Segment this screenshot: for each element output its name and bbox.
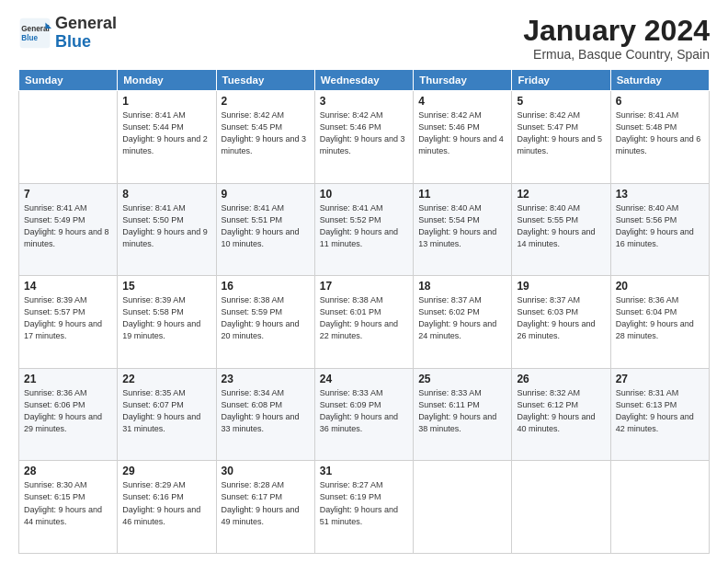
day-cell-w1-d6: 6Sunrise: 8:41 AM Sunset: 5:48 PM Daylig… xyxy=(610,91,709,184)
logo-icon: General Blue xyxy=(18,17,51,50)
day-cell-w5-d1: 29Sunrise: 8:29 AM Sunset: 6:16 PM Dayli… xyxy=(118,461,216,554)
calendar-location: Ermua, Basque Country, Spain xyxy=(523,47,710,62)
day-info: Sunrise: 8:41 AM Sunset: 5:52 PM Dayligh… xyxy=(320,202,408,250)
day-cell-w4-d4: 25Sunrise: 8:33 AM Sunset: 6:11 PM Dayli… xyxy=(414,368,512,461)
title-block: January 2024 Ermua, Basque Country, Spai… xyxy=(523,15,710,62)
day-info: Sunrise: 8:41 AM Sunset: 5:49 PM Dayligh… xyxy=(24,202,112,250)
day-cell-w4-d1: 22Sunrise: 8:35 AM Sunset: 6:07 PM Dayli… xyxy=(118,368,216,461)
day-cell-w2-d3: 10Sunrise: 8:41 AM Sunset: 5:52 PM Dayli… xyxy=(314,183,413,276)
logo-blue-text: Blue xyxy=(55,32,91,51)
day-info: Sunrise: 8:40 AM Sunset: 5:55 PM Dayligh… xyxy=(517,202,605,250)
logo-general-text: General xyxy=(55,14,117,32)
day-info: Sunrise: 8:40 AM Sunset: 5:54 PM Dayligh… xyxy=(418,202,506,250)
day-info: Sunrise: 8:35 AM Sunset: 6:07 PM Dayligh… xyxy=(122,387,210,435)
day-cell-w2-d0: 7Sunrise: 8:41 AM Sunset: 5:49 PM Daylig… xyxy=(19,183,118,276)
day-info: Sunrise: 8:34 AM Sunset: 6:08 PM Dayligh… xyxy=(222,387,310,435)
day-info: Sunrise: 8:33 AM Sunset: 6:09 PM Dayligh… xyxy=(320,387,408,435)
day-cell-w4-d6: 27Sunrise: 8:31 AM Sunset: 6:13 PM Dayli… xyxy=(610,368,709,461)
day-number: 15 xyxy=(122,280,210,293)
svg-text:Blue: Blue xyxy=(21,34,38,42)
day-cell-w5-d5 xyxy=(512,461,610,554)
day-number: 29 xyxy=(122,465,210,477)
day-info: Sunrise: 8:37 AM Sunset: 6:03 PM Dayligh… xyxy=(517,294,605,342)
day-cell-w5-d6 xyxy=(610,461,709,554)
day-info: Sunrise: 8:28 AM Sunset: 6:17 PM Dayligh… xyxy=(222,479,310,527)
day-info: Sunrise: 8:38 AM Sunset: 5:59 PM Dayligh… xyxy=(222,294,310,342)
day-cell-w5-d0: 28Sunrise: 8:30 AM Sunset: 6:15 PM Dayli… xyxy=(19,461,118,554)
day-cell-w1-d0 xyxy=(19,91,118,184)
day-cell-w2-d6: 13Sunrise: 8:40 AM Sunset: 5:56 PM Dayli… xyxy=(610,183,709,276)
day-cell-w1-d5: 5Sunrise: 8:42 AM Sunset: 5:47 PM Daylig… xyxy=(512,91,610,184)
calendar-table: Sunday Monday Tuesday Wednesday Thursday… xyxy=(18,69,710,554)
day-number: 17 xyxy=(320,280,408,293)
day-number: 9 xyxy=(222,188,310,201)
day-cell-w3-d0: 14Sunrise: 8:39 AM Sunset: 5:57 PM Dayli… xyxy=(19,276,118,369)
day-info: Sunrise: 8:40 AM Sunset: 5:56 PM Dayligh… xyxy=(616,202,704,250)
header-wednesday: Wednesday xyxy=(314,70,413,91)
day-number: 18 xyxy=(418,280,506,293)
day-cell-w5-d4 xyxy=(414,461,512,554)
day-cell-w1-d4: 4Sunrise: 8:42 AM Sunset: 5:46 PM Daylig… xyxy=(414,91,512,184)
day-cell-w2-d4: 11Sunrise: 8:40 AM Sunset: 5:54 PM Dayli… xyxy=(414,183,512,276)
day-info: Sunrise: 8:29 AM Sunset: 6:16 PM Dayligh… xyxy=(122,479,210,527)
day-cell-w3-d3: 17Sunrise: 8:38 AM Sunset: 6:01 PM Dayli… xyxy=(314,276,413,369)
day-info: Sunrise: 8:39 AM Sunset: 5:57 PM Dayligh… xyxy=(24,294,112,342)
header-tuesday: Tuesday xyxy=(216,70,314,91)
day-number: 27 xyxy=(616,373,704,385)
day-number: 21 xyxy=(24,373,112,385)
day-info: Sunrise: 8:41 AM Sunset: 5:44 PM Dayligh… xyxy=(122,109,210,157)
day-number: 6 xyxy=(616,95,704,108)
day-cell-w4-d5: 26Sunrise: 8:32 AM Sunset: 6:12 PM Dayli… xyxy=(512,368,610,461)
day-number: 2 xyxy=(222,95,310,108)
header-monday: Monday xyxy=(118,70,216,91)
day-info: Sunrise: 8:39 AM Sunset: 5:58 PM Dayligh… xyxy=(122,294,210,342)
day-info: Sunrise: 8:33 AM Sunset: 6:11 PM Dayligh… xyxy=(418,387,506,435)
day-cell-w3-d6: 20Sunrise: 8:36 AM Sunset: 6:04 PM Dayli… xyxy=(610,276,709,369)
logo-wordmark: General Blue xyxy=(55,15,117,52)
day-info: Sunrise: 8:42 AM Sunset: 5:47 PM Dayligh… xyxy=(517,109,605,157)
day-info: Sunrise: 8:36 AM Sunset: 6:04 PM Dayligh… xyxy=(616,294,704,342)
day-info: Sunrise: 8:30 AM Sunset: 6:15 PM Dayligh… xyxy=(24,479,112,527)
day-number: 22 xyxy=(122,373,210,385)
day-number: 30 xyxy=(222,465,310,477)
logo: General Blue General Blue xyxy=(18,15,117,52)
svg-text:General: General xyxy=(21,25,49,33)
day-number: 4 xyxy=(418,95,506,108)
day-info: Sunrise: 8:41 AM Sunset: 5:48 PM Dayligh… xyxy=(616,109,704,157)
day-info: Sunrise: 8:41 AM Sunset: 5:51 PM Dayligh… xyxy=(222,202,310,250)
day-number: 11 xyxy=(418,188,506,201)
day-cell-w2-d5: 12Sunrise: 8:40 AM Sunset: 5:55 PM Dayli… xyxy=(512,183,610,276)
week-row-3: 14Sunrise: 8:39 AM Sunset: 5:57 PM Dayli… xyxy=(19,276,710,369)
day-number: 26 xyxy=(517,373,605,385)
day-cell-w1-d1: 1Sunrise: 8:41 AM Sunset: 5:44 PM Daylig… xyxy=(118,91,216,184)
day-info: Sunrise: 8:27 AM Sunset: 6:19 PM Dayligh… xyxy=(320,479,408,527)
day-cell-w1-d3: 3Sunrise: 8:42 AM Sunset: 5:46 PM Daylig… xyxy=(314,91,413,184)
day-cell-w3-d1: 15Sunrise: 8:39 AM Sunset: 5:58 PM Dayli… xyxy=(118,276,216,369)
day-cell-w4-d2: 23Sunrise: 8:34 AM Sunset: 6:08 PM Dayli… xyxy=(216,368,314,461)
day-cell-w3-d4: 18Sunrise: 8:37 AM Sunset: 6:02 PM Dayli… xyxy=(414,276,512,369)
week-row-5: 28Sunrise: 8:30 AM Sunset: 6:15 PM Dayli… xyxy=(19,461,710,554)
day-number: 20 xyxy=(616,280,704,293)
day-number: 24 xyxy=(320,373,408,385)
day-info: Sunrise: 8:36 AM Sunset: 6:06 PM Dayligh… xyxy=(24,387,112,435)
day-info: Sunrise: 8:41 AM Sunset: 5:50 PM Dayligh… xyxy=(122,202,210,250)
week-row-4: 21Sunrise: 8:36 AM Sunset: 6:06 PM Dayli… xyxy=(19,368,710,461)
day-cell-w1-d2: 2Sunrise: 8:42 AM Sunset: 5:45 PM Daylig… xyxy=(216,91,314,184)
day-cell-w3-d2: 16Sunrise: 8:38 AM Sunset: 5:59 PM Dayli… xyxy=(216,276,314,369)
day-cell-w5-d2: 30Sunrise: 8:28 AM Sunset: 6:17 PM Dayli… xyxy=(216,461,314,554)
header-thursday: Thursday xyxy=(414,70,512,91)
day-number: 25 xyxy=(418,373,506,385)
day-info: Sunrise: 8:42 AM Sunset: 5:46 PM Dayligh… xyxy=(418,109,506,157)
day-number: 14 xyxy=(24,280,112,293)
week-row-1: 1Sunrise: 8:41 AM Sunset: 5:44 PM Daylig… xyxy=(19,91,710,184)
day-cell-w5-d3: 31Sunrise: 8:27 AM Sunset: 6:19 PM Dayli… xyxy=(314,461,413,554)
day-cell-w3-d5: 19Sunrise: 8:37 AM Sunset: 6:03 PM Dayli… xyxy=(512,276,610,369)
day-cell-w2-d1: 8Sunrise: 8:41 AM Sunset: 5:50 PM Daylig… xyxy=(118,183,216,276)
header-saturday: Saturday xyxy=(610,70,709,91)
day-info: Sunrise: 8:37 AM Sunset: 6:02 PM Dayligh… xyxy=(418,294,506,342)
day-number: 16 xyxy=(222,280,310,293)
day-number: 1 xyxy=(122,95,210,108)
week-row-2: 7Sunrise: 8:41 AM Sunset: 5:49 PM Daylig… xyxy=(19,183,710,276)
header-sunday: Sunday xyxy=(19,70,118,91)
page: General Blue General Blue January 2024 E… xyxy=(0,0,728,563)
